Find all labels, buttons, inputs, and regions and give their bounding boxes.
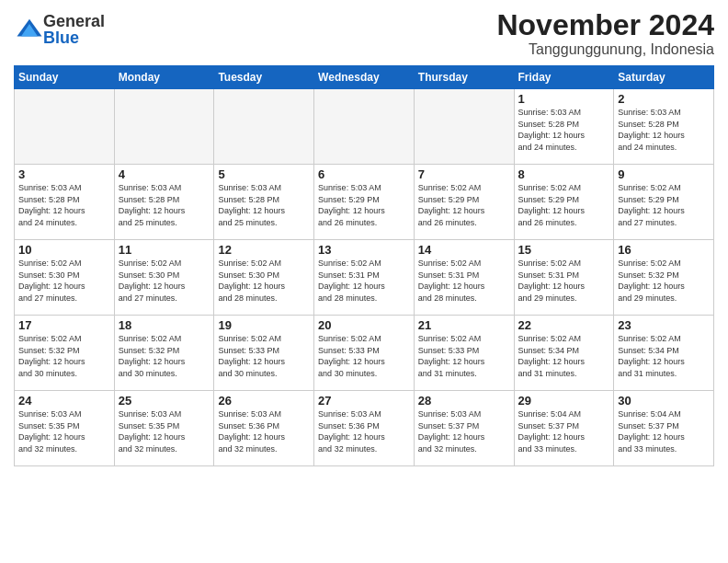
logo-text: General Blue	[43, 13, 105, 46]
calendar-cell: 9Sunrise: 5:02 AM Sunset: 5:29 PM Daylig…	[614, 165, 714, 240]
page: General Blue November 2024 Tanggunggunun…	[0, 0, 728, 563]
day-info: Sunrise: 5:02 AM Sunset: 5:31 PM Dayligh…	[518, 258, 610, 304]
week-row-2: 3Sunrise: 5:03 AM Sunset: 5:28 PM Daylig…	[15, 165, 714, 240]
day-info: Sunrise: 5:02 AM Sunset: 5:34 PM Dayligh…	[518, 333, 610, 379]
day-info: Sunrise: 5:02 AM Sunset: 5:29 PM Dayligh…	[418, 182, 510, 228]
day-info: Sunrise: 5:04 AM Sunset: 5:37 PM Dayligh…	[518, 408, 610, 454]
day-number: 17	[18, 318, 110, 332]
day-number: 6	[318, 167, 410, 181]
calendar-cell: 27Sunrise: 5:03 AM Sunset: 5:36 PM Dayli…	[314, 391, 415, 466]
day-number: 25	[119, 394, 210, 408]
calendar-body: 1Sunrise: 5:03 AM Sunset: 5:28 PM Daylig…	[15, 89, 714, 466]
day-info: Sunrise: 5:03 AM Sunset: 5:37 PM Dayligh…	[418, 408, 510, 454]
day-info: Sunrise: 5:03 AM Sunset: 5:28 PM Dayligh…	[18, 182, 110, 228]
calendar-cell	[314, 89, 415, 165]
day-number: 29	[518, 394, 610, 408]
calendar-cell: 2Sunrise: 5:03 AM Sunset: 5:28 PM Daylig…	[614, 89, 714, 165]
day-info: Sunrise: 5:03 AM Sunset: 5:36 PM Dayligh…	[318, 408, 410, 454]
calendar-cell: 5Sunrise: 5:03 AM Sunset: 5:28 PM Daylig…	[214, 165, 314, 240]
header-thursday: Thursday	[414, 66, 514, 89]
week-row-1: 1Sunrise: 5:03 AM Sunset: 5:28 PM Daylig…	[15, 89, 714, 165]
calendar-cell: 7Sunrise: 5:02 AM Sunset: 5:29 PM Daylig…	[414, 165, 514, 240]
header-row: SundayMondayTuesdayWednesdayThursdayFrid…	[15, 66, 714, 89]
day-info: Sunrise: 5:03 AM Sunset: 5:28 PM Dayligh…	[119, 182, 210, 228]
day-info: Sunrise: 5:02 AM Sunset: 5:32 PM Dayligh…	[18, 333, 110, 379]
day-info: Sunrise: 5:02 AM Sunset: 5:33 PM Dayligh…	[318, 333, 410, 379]
calendar-cell	[414, 89, 514, 165]
calendar-cell	[15, 89, 115, 165]
day-info: Sunrise: 5:03 AM Sunset: 5:29 PM Dayligh…	[318, 182, 410, 228]
day-number: 26	[218, 394, 310, 408]
week-row-5: 24Sunrise: 5:03 AM Sunset: 5:35 PM Dayli…	[15, 391, 714, 466]
calendar-cell: 26Sunrise: 5:03 AM Sunset: 5:36 PM Dayli…	[214, 391, 314, 466]
day-number: 24	[18, 394, 110, 408]
day-number: 7	[418, 167, 510, 181]
day-info: Sunrise: 5:02 AM Sunset: 5:30 PM Dayligh…	[119, 258, 210, 304]
day-number: 12	[218, 243, 310, 257]
day-number: 16	[618, 243, 710, 257]
calendar-cell: 6Sunrise: 5:03 AM Sunset: 5:29 PM Daylig…	[314, 165, 415, 240]
day-number: 27	[318, 394, 410, 408]
header-friday: Friday	[514, 66, 614, 89]
day-number: 19	[218, 318, 310, 332]
day-info: Sunrise: 5:02 AM Sunset: 5:31 PM Dayligh…	[318, 258, 410, 304]
calendar-cell: 24Sunrise: 5:03 AM Sunset: 5:35 PM Dayli…	[15, 391, 115, 466]
day-number: 3	[18, 167, 110, 181]
day-number: 2	[618, 92, 710, 106]
day-number: 21	[418, 318, 510, 332]
day-number: 22	[518, 318, 610, 332]
day-info: Sunrise: 5:02 AM Sunset: 5:29 PM Dayligh…	[618, 182, 710, 228]
logo-icon	[16, 16, 43, 43]
day-info: Sunrise: 5:03 AM Sunset: 5:35 PM Dayligh…	[119, 408, 210, 454]
header: General Blue November 2024 Tanggunggunun…	[14, 9, 714, 58]
day-number: 5	[218, 167, 310, 181]
calendar-table: SundayMondayTuesdayWednesdayThursdayFrid…	[14, 65, 714, 466]
header-monday: Monday	[114, 66, 214, 89]
logo: General Blue	[14, 13, 105, 46]
calendar-cell: 10Sunrise: 5:02 AM Sunset: 5:30 PM Dayli…	[15, 240, 115, 316]
header-wednesday: Wednesday	[314, 66, 415, 89]
calendar-cell: 13Sunrise: 5:02 AM Sunset: 5:31 PM Dayli…	[314, 240, 415, 316]
day-info: Sunrise: 5:03 AM Sunset: 5:28 PM Dayligh…	[618, 107, 710, 153]
header-tuesday: Tuesday	[214, 66, 314, 89]
day-info: Sunrise: 5:02 AM Sunset: 5:30 PM Dayligh…	[18, 258, 110, 304]
day-info: Sunrise: 5:02 AM Sunset: 5:30 PM Dayligh…	[218, 258, 310, 304]
day-number: 23	[618, 318, 710, 332]
header-saturday: Saturday	[614, 66, 714, 89]
calendar-cell: 16Sunrise: 5:02 AM Sunset: 5:32 PM Dayli…	[614, 240, 714, 316]
calendar-cell: 8Sunrise: 5:02 AM Sunset: 5:29 PM Daylig…	[514, 165, 614, 240]
day-number: 30	[618, 394, 710, 408]
week-row-3: 10Sunrise: 5:02 AM Sunset: 5:30 PM Dayli…	[15, 240, 714, 316]
calendar-cell: 1Sunrise: 5:03 AM Sunset: 5:28 PM Daylig…	[514, 89, 614, 165]
day-info: Sunrise: 5:03 AM Sunset: 5:35 PM Dayligh…	[18, 408, 110, 454]
calendar-cell: 4Sunrise: 5:03 AM Sunset: 5:28 PM Daylig…	[114, 165, 214, 240]
day-info: Sunrise: 5:03 AM Sunset: 5:28 PM Dayligh…	[218, 182, 310, 228]
day-number: 20	[318, 318, 410, 332]
calendar-cell: 28Sunrise: 5:03 AM Sunset: 5:37 PM Dayli…	[414, 391, 514, 466]
day-number: 13	[318, 243, 410, 257]
calendar-header: SundayMondayTuesdayWednesdayThursdayFrid…	[15, 66, 714, 89]
calendar-cell: 19Sunrise: 5:02 AM Sunset: 5:33 PM Dayli…	[214, 316, 314, 391]
day-number: 4	[119, 167, 210, 181]
day-info: Sunrise: 5:02 AM Sunset: 5:29 PM Dayligh…	[518, 182, 610, 228]
day-number: 11	[119, 243, 210, 257]
calendar-cell	[114, 89, 214, 165]
calendar-cell: 21Sunrise: 5:02 AM Sunset: 5:33 PM Dayli…	[414, 316, 514, 391]
day-number: 9	[618, 167, 710, 181]
day-number: 8	[518, 167, 610, 181]
day-number: 10	[18, 243, 110, 257]
calendar-cell	[214, 89, 314, 165]
logo-general-text: General	[43, 13, 105, 29]
logo-blue-text: Blue	[43, 29, 105, 46]
day-info: Sunrise: 5:02 AM Sunset: 5:33 PM Dayligh…	[218, 333, 310, 379]
calendar-cell: 23Sunrise: 5:02 AM Sunset: 5:34 PM Dayli…	[614, 316, 714, 391]
day-info: Sunrise: 5:02 AM Sunset: 5:32 PM Dayligh…	[618, 258, 710, 304]
location: Tanggunggunung, Indonesia	[496, 41, 714, 58]
calendar-cell: 22Sunrise: 5:02 AM Sunset: 5:34 PM Dayli…	[514, 316, 614, 391]
calendar-cell: 20Sunrise: 5:02 AM Sunset: 5:33 PM Dayli…	[314, 316, 415, 391]
day-number: 14	[418, 243, 510, 257]
day-info: Sunrise: 5:02 AM Sunset: 5:34 PM Dayligh…	[618, 333, 710, 379]
title-section: November 2024 Tanggunggunung, Indonesia	[496, 9, 714, 58]
calendar-cell: 18Sunrise: 5:02 AM Sunset: 5:32 PM Dayli…	[114, 316, 214, 391]
day-info: Sunrise: 5:02 AM Sunset: 5:31 PM Dayligh…	[418, 258, 510, 304]
